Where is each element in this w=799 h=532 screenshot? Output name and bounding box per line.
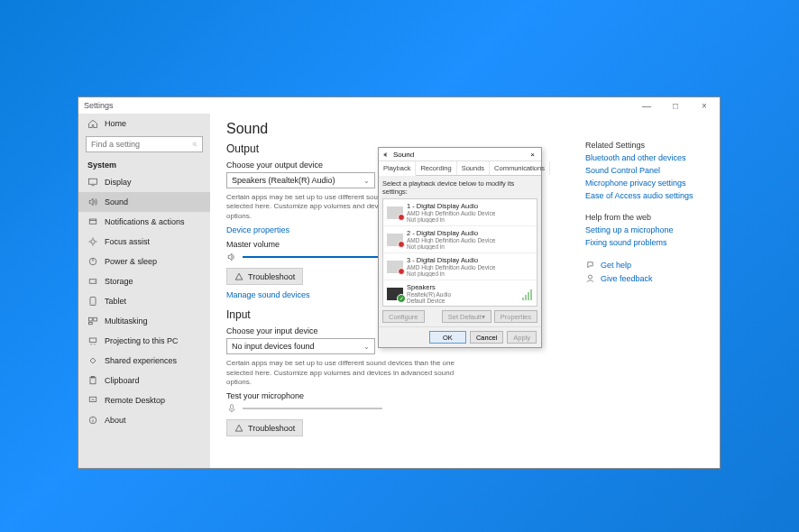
output-device-select[interactable]: Speakers (Realtek(R) Audio) ⌄ (226, 172, 375, 188)
device-sub: AMD High Definition Audio Device (407, 237, 533, 243)
projecting-icon (87, 335, 98, 346)
troubleshoot-output-button[interactable]: Troubleshoot (226, 268, 303, 285)
link-sound-control-panel[interactable]: Sound Control Panel (585, 166, 707, 175)
sidebar-item-remote[interactable]: Remote Desktop (78, 390, 210, 410)
dialog-hint: Select a playback device below to modify… (382, 179, 537, 196)
dialog-body: Select a playback device below to modify… (379, 176, 541, 326)
close-button[interactable]: × (694, 101, 714, 111)
web-help-section: Help from the web Setting up a microphon… (585, 213, 707, 247)
get-help-row[interactable]: Get help (585, 260, 707, 270)
sidebar-item-about[interactable]: About (78, 410, 210, 430)
help-icon (585, 260, 595, 270)
sidebar-item-label: Sound (105, 197, 128, 206)
tab-playback[interactable]: Playback (379, 161, 416, 176)
sidebar-item-notifications[interactable]: Notifications & actions (78, 212, 210, 232)
chevron-down-icon: ⌄ (363, 177, 370, 185)
related-settings-section: Related Settings Bluetooth and other dev… (585, 141, 707, 200)
sidebar-item-label: About (105, 416, 126, 425)
sidebar-item-label: Display (105, 178, 132, 187)
device-name: 2 - Digital Display Audio (407, 229, 533, 237)
search-icon (192, 140, 197, 149)
device-list[interactable]: 1 - Digital Display Audio AMD High Defin… (382, 198, 537, 307)
sidebar: Home System Display Sound Notifications … (78, 114, 210, 468)
troubleshoot-input-button[interactable]: Troubleshoot (226, 419, 303, 436)
sidebar-item-label: Projecting to this PC (105, 336, 179, 345)
link-microphone-privacy[interactable]: Microphone privacy settings (585, 179, 707, 188)
mic-level-row (226, 403, 707, 414)
svg-rect-4 (89, 219, 96, 224)
feedback-row[interactable]: Give feedback (585, 273, 707, 283)
sidebar-home[interactable]: Home (78, 114, 210, 133)
tab-recording[interactable]: Recording (416, 161, 456, 175)
dialog-titlebar: Sound × (379, 148, 541, 161)
svg-point-0 (193, 142, 196, 145)
tablet-icon (87, 296, 98, 307)
sidebar-item-tablet[interactable]: Tablet (78, 291, 210, 311)
mic-level-meter (243, 408, 382, 409)
tab-communications[interactable]: Communications (490, 161, 550, 175)
sidebar-item-display[interactable]: Display (78, 172, 210, 192)
device-status: Not plugged in (407, 216, 533, 223)
sidebar-item-power[interactable]: Power & sleep (78, 252, 210, 271)
window-title: Settings (84, 101, 637, 110)
link-fix-sound[interactable]: Fixing sound problems (585, 238, 707, 247)
properties-button[interactable]: Properties (494, 310, 537, 323)
cancel-button[interactable]: Cancel (470, 331, 503, 344)
clipboard-icon (87, 375, 98, 386)
set-default-button[interactable]: Set Default ▾ (442, 310, 491, 323)
feedback-icon (585, 273, 595, 283)
device-row[interactable]: 1 - Digital Display Audio AMD High Defin… (383, 199, 537, 226)
related-heading: Related Settings (585, 141, 707, 150)
sidebar-item-label: Multitasking (105, 316, 148, 326)
device-row[interactable]: 2 - Digital Display Audio AMD High Defin… (383, 226, 537, 253)
speaker-icon (382, 151, 390, 159)
dialog-title: Sound (393, 151, 528, 159)
input-device-select[interactable]: No input devices found ⌄ (226, 338, 375, 354)
apply-button[interactable]: Apply (507, 331, 537, 344)
web-help-heading: Help from the web (585, 213, 707, 222)
device-sub: AMD High Definition Audio Device (407, 264, 533, 271)
tab-sounds[interactable]: Sounds (457, 161, 490, 175)
sound-dialog: Sound × Playback Recording Sounds Commun… (378, 147, 542, 348)
sidebar-item-clipboard[interactable]: Clipboard (78, 371, 210, 390)
sidebar-item-multitasking[interactable]: Multitasking (78, 311, 210, 331)
sidebar-item-projecting[interactable]: Projecting to this PC (78, 331, 210, 351)
search-box[interactable] (86, 136, 203, 152)
sidebar-item-label: Notifications & actions (105, 217, 185, 226)
device-row[interactable]: Speakers Realtek(R) Audio Default Device (383, 280, 537, 307)
sidebar-heading: System (78, 155, 210, 172)
get-help-link[interactable]: Get help (601, 261, 631, 270)
device-status: Not plugged in (407, 271, 533, 277)
maximize-button[interactable]: □ (666, 101, 685, 111)
dialog-close-button[interactable]: × (528, 151, 537, 159)
svg-point-10 (95, 280, 96, 281)
warning-icon (234, 424, 243, 433)
dialog-action-row: Configure Set Default ▾ Properties (382, 310, 537, 323)
search-input[interactable] (91, 140, 192, 149)
link-setup-mic[interactable]: Setting up a microphone (585, 225, 707, 234)
minimize-button[interactable]: — (637, 101, 657, 111)
remote-icon (87, 395, 98, 406)
sidebar-item-storage[interactable]: Storage (78, 271, 210, 291)
configure-button[interactable]: Configure (382, 310, 425, 323)
volume-slider[interactable] (243, 256, 382, 258)
sidebar-item-shared[interactable]: Shared experiences (78, 351, 210, 371)
ok-button[interactable]: OK (429, 331, 466, 344)
sidebar-item-sound[interactable]: Sound (78, 192, 210, 212)
output-device-value: Speakers (Realtek(R) Audio) (232, 176, 335, 185)
device-text: 3 - Digital Display Audio AMD High Defin… (407, 256, 533, 277)
svg-rect-2 (89, 179, 97, 184)
device-icon (387, 234, 403, 246)
link-bluetooth[interactable]: Bluetooth and other devices (585, 153, 707, 162)
sidebar-item-label: Storage (105, 277, 133, 286)
link-ease-of-access[interactable]: Ease of Access audio settings (585, 191, 707, 200)
sidebar-item-focus-assist[interactable]: Focus assist (78, 232, 210, 252)
notifications-icon (87, 216, 98, 227)
device-row[interactable]: 3 - Digital Display Audio AMD High Defin… (383, 253, 537, 280)
sidebar-home-label: Home (105, 119, 126, 128)
sidebar-item-label: Focus assist (105, 237, 150, 246)
volume-icon (226, 252, 237, 262)
feedback-link[interactable]: Give feedback (601, 274, 653, 283)
device-icon (387, 206, 403, 219)
test-mic-label: Test your microphone (226, 391, 707, 400)
